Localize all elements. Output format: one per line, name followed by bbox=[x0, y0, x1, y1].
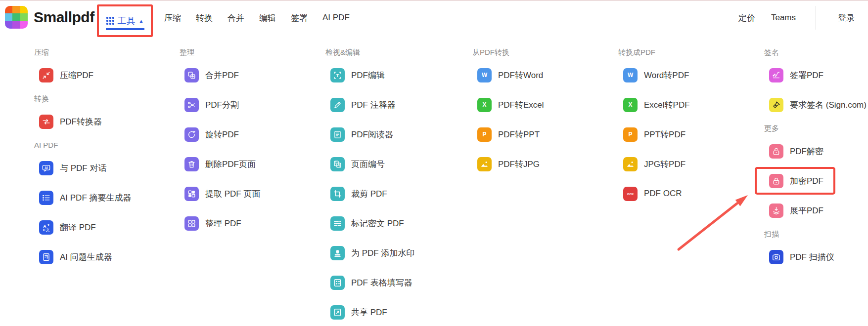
top-nav: Smallpdf 工具 ▲ 压缩转换合并编辑签署AI PDF 定价Teams登录 bbox=[0, 1, 868, 37]
delete-pages-icon bbox=[184, 157, 199, 171]
login-button[interactable]: 登录 bbox=[838, 12, 855, 24]
menu-item-chat-with-pdf[interactable]: AI与 PDF 对话 bbox=[39, 161, 106, 175]
chat-with-pdf-icon: AI bbox=[39, 161, 53, 175]
menu-item-redact-pdf[interactable]: 标记密文 PDF bbox=[330, 216, 404, 231]
word-icon: W bbox=[623, 68, 638, 82]
nav-item-teams[interactable]: Teams bbox=[771, 13, 796, 23]
menu-item-protect-pdf[interactable]: 加密PDF bbox=[769, 173, 823, 188]
logo-cell bbox=[20, 13, 28, 21]
menu-item-ai-summarizer[interactable]: AI PDF 摘要生成器 bbox=[39, 190, 132, 205]
svg-text:?: ? bbox=[46, 256, 48, 260]
form-filler-icon bbox=[330, 276, 345, 290]
ppt-icon: P bbox=[477, 127, 492, 142]
nav-item-sign[interactable]: 签署 bbox=[291, 12, 308, 24]
menu-item-jpg[interactable]: JPG转PDF bbox=[623, 157, 685, 171]
logo-cell bbox=[20, 6, 28, 13]
tools-menu-button[interactable]: 工具 ▲ bbox=[97, 4, 153, 37]
menu-item-label: PDF解密 bbox=[790, 146, 823, 157]
menu-item-page-numbers[interactable]: 12页面编号 bbox=[330, 157, 385, 171]
menu-item-request-signature[interactable]: 要求签名 (Sign.com) bbox=[769, 97, 867, 112]
menu-item-share-pdf[interactable]: 共享 PDF bbox=[330, 305, 387, 320]
menu-item-extract-pages[interactable]: 提取 PDF 页面 bbox=[184, 186, 260, 201]
menu-item-word[interactable]: WWord转PDF bbox=[623, 68, 689, 82]
menu-item-label: 与 PDF 对话 bbox=[60, 163, 106, 174]
share-pdf-icon bbox=[330, 305, 345, 320]
menu-item-label: PDF阅读器 bbox=[351, 129, 393, 140]
svg-text:2: 2 bbox=[335, 161, 337, 163]
menu-group-header: 转换成PDF bbox=[618, 48, 655, 57]
organize-pdf-icon bbox=[184, 216, 199, 231]
menu-item-delete-pages[interactable]: 删除PDF页面 bbox=[184, 157, 256, 171]
nav-item-edit[interactable]: 编辑 bbox=[259, 12, 276, 24]
nav-item-ai-pdf[interactable]: AI PDF bbox=[322, 13, 350, 23]
word-icon: W bbox=[477, 68, 492, 82]
grid-icon bbox=[106, 17, 114, 25]
ai-question-generator-icon: ? bbox=[39, 250, 53, 264]
menu-item-organize-pdf[interactable]: 整理 PDF bbox=[184, 216, 241, 231]
menu-item-form-filler[interactable]: PDF 表格填写器 bbox=[330, 275, 412, 290]
menu-item-jpg[interactable]: PDF转JPG bbox=[477, 157, 540, 171]
logo-cell bbox=[5, 21, 12, 29]
svg-text:OCR: OCR bbox=[627, 193, 634, 196]
menu-group-header: 从PDF转换 bbox=[472, 48, 509, 57]
menu-item-watermark-pdf[interactable]: 为 PDF 添加水印 bbox=[330, 245, 414, 260]
menu-item-excel[interactable]: XExcel转PDF bbox=[623, 97, 690, 112]
svg-text:T: T bbox=[336, 73, 339, 78]
menu-item-label: PDF 注释器 bbox=[351, 99, 396, 111]
menu-item-ppt[interactable]: PPDF转PPT bbox=[477, 127, 540, 142]
nav-item-pricing[interactable]: 定价 bbox=[738, 12, 755, 24]
menu-group-header: 扫描 bbox=[764, 230, 779, 239]
nav-right: 定价Teams登录 bbox=[723, 1, 855, 35]
menu-item-rotate-pdf[interactable]: 旋转PDF bbox=[184, 127, 239, 142]
logo-cell bbox=[12, 21, 20, 29]
menu-item-annotate-pdf[interactable]: PDF 注释器 bbox=[330, 97, 396, 112]
chevron-up-icon: ▲ bbox=[139, 18, 144, 24]
sign-pdf-icon bbox=[769, 68, 783, 82]
menu-item-word[interactable]: WPDF转Word bbox=[477, 68, 543, 82]
menu-item-label: 提取 PDF 页面 bbox=[205, 188, 260, 200]
tools-menu-label: 工具 bbox=[118, 15, 136, 27]
menu-item-label: PDF OCR bbox=[644, 189, 682, 199]
menu-item-label: 合并PDF bbox=[205, 70, 239, 81]
unlock-pdf-icon bbox=[769, 144, 783, 159]
menu-item-pdf-reader[interactable]: PDF阅读器 bbox=[330, 127, 393, 142]
menu-item-merge-pdf[interactable]: 合并PDF bbox=[184, 68, 239, 82]
svg-text:1: 1 bbox=[339, 164, 340, 166]
menu-item-label: 要求签名 (Sign.com) bbox=[790, 99, 867, 111]
compress-pdf-icon bbox=[39, 68, 53, 82]
menu-item-label: AI PDF 摘要生成器 bbox=[60, 192, 132, 204]
edit-pdf-icon: T bbox=[330, 68, 345, 82]
nav-item-convert[interactable]: 转换 bbox=[196, 12, 213, 24]
ai-summarizer-icon bbox=[39, 191, 53, 205]
menu-group-header: 整理 bbox=[180, 48, 194, 57]
nav-item-compress[interactable]: 压缩 bbox=[164, 12, 181, 24]
menu-item-sign-pdf[interactable]: 签署PDF bbox=[769, 68, 823, 82]
menu-item-flatten-pdf[interactable]: 展平PDF bbox=[769, 203, 823, 218]
watermark-pdf-icon bbox=[330, 246, 345, 260]
menu-item-pdf-converter[interactable]: PDF转换器 bbox=[39, 114, 102, 129]
logo-cell bbox=[5, 13, 12, 21]
logo-cell bbox=[5, 6, 12, 13]
ppt-icon: P bbox=[623, 127, 638, 142]
brand-logo[interactable]: Smallpdf bbox=[5, 6, 94, 29]
menu-item-edit-pdf[interactable]: TPDF编辑 bbox=[330, 68, 385, 82]
merge-pdf-icon bbox=[184, 68, 199, 82]
menu-group-header: 更多 bbox=[764, 124, 779, 133]
menu-item-translate-pdf[interactable]: A文翻译 PDF bbox=[39, 220, 96, 235]
menu-item-ai-question-generator[interactable]: ?AI 问题生成器 bbox=[39, 249, 112, 264]
menu-item-crop-pdf[interactable]: 裁剪 PDF bbox=[330, 186, 387, 201]
menu-item-ocr[interactable]: OCRPDF OCR bbox=[623, 186, 682, 201]
excel-icon: X bbox=[623, 98, 638, 112]
nav-divider bbox=[816, 6, 816, 30]
menu-item-ppt[interactable]: PPPT转PDF bbox=[623, 127, 685, 142]
menu-item-excel[interactable]: XPDF转Excel bbox=[477, 97, 544, 112]
menu-group-header: 压缩 bbox=[34, 48, 49, 57]
menu-item-unlock-pdf[interactable]: PDF解密 bbox=[769, 144, 823, 159]
menu-item-compress-pdf[interactable]: 压缩PDF bbox=[39, 68, 93, 82]
menu-item-pdf-scanner[interactable]: PDF 扫描仪 bbox=[769, 249, 834, 264]
menu-item-label: PDF 扫描仪 bbox=[790, 251, 834, 263]
menu-item-split-pdf[interactable]: PDF分割 bbox=[184, 97, 239, 112]
redact-pdf-icon bbox=[330, 216, 345, 231]
nav-item-merge[interactable]: 合并 bbox=[228, 12, 244, 24]
menu-item-label: 删除PDF页面 bbox=[205, 159, 256, 170]
